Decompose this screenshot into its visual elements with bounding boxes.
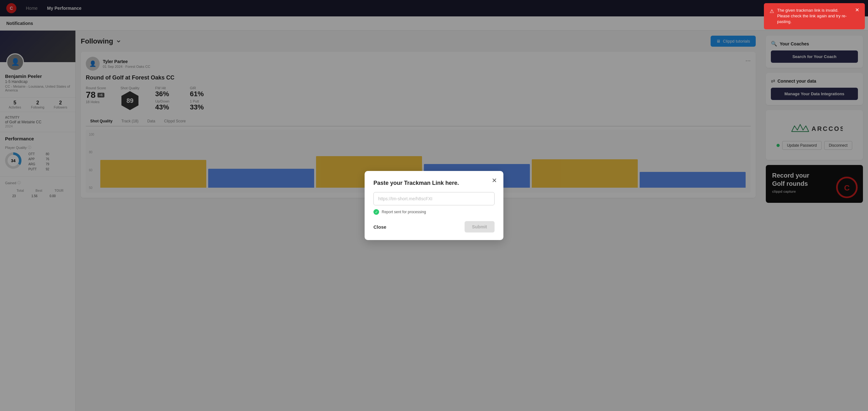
error-banner: ⚠ The given trackman link is invalid. Pl… <box>764 3 865 29</box>
modal-submit-button[interactable]: Submit <box>465 221 495 232</box>
modal-title: Paste your Trackman Link here. <box>373 180 495 186</box>
trackman-modal: Paste your Trackman Link here. ✕ ✓ Repor… <box>365 171 503 240</box>
modal-overlay: Paste your Trackman Link here. ✕ ✓ Repor… <box>0 0 868 411</box>
trackman-link-input[interactable] <box>373 192 495 205</box>
modal-success-message: ✓ Report sent for processing <box>373 209 495 215</box>
error-close-button[interactable]: ✕ <box>855 7 859 12</box>
success-text: Report sent for processing <box>382 210 426 214</box>
warning-icon: ⚠ <box>770 8 774 15</box>
modal-close-icon[interactable]: ✕ <box>492 177 497 184</box>
modal-close-button[interactable]: Close <box>373 224 386 230</box>
error-message: The given trackman link is invalid. Plea… <box>777 7 852 25</box>
check-icon: ✓ <box>373 209 379 215</box>
modal-footer: Close Submit <box>373 221 495 232</box>
